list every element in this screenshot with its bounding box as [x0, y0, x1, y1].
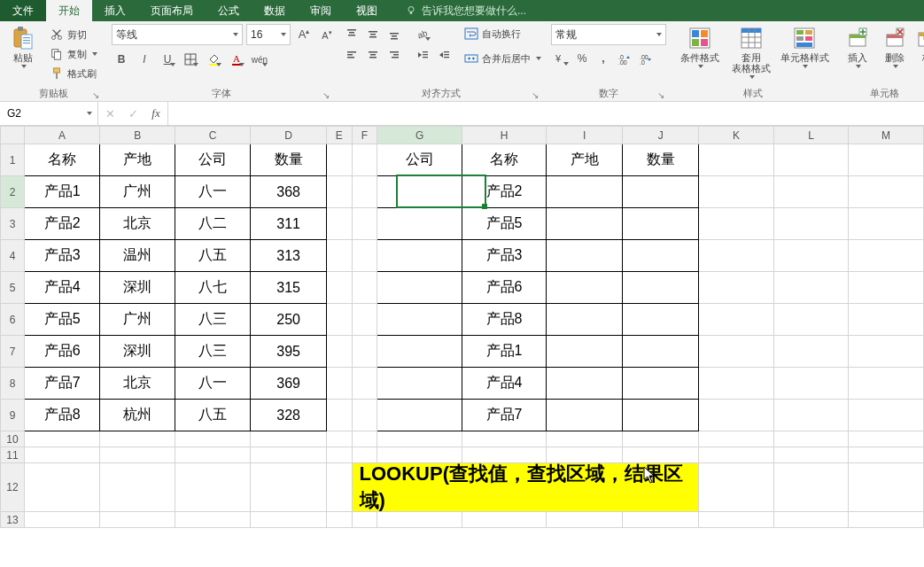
- cell[interactable]: 产品2: [25, 208, 100, 240]
- cell[interactable]: 北京: [100, 368, 175, 400]
- increase-indent-button[interactable]: [434, 45, 454, 65]
- conditional-formatting-button[interactable]: 条件格式: [677, 24, 723, 79]
- row-header[interactable]: 12: [1, 463, 25, 512]
- cell[interactable]: [326, 208, 352, 240]
- cell[interactable]: 313: [251, 240, 327, 272]
- column-header[interactable]: L: [773, 127, 848, 144]
- row-header[interactable]: 13: [1, 512, 25, 528]
- cell[interactable]: 八二: [175, 208, 251, 240]
- cell[interactable]: [547, 400, 623, 431]
- cell[interactable]: 产品4: [25, 272, 100, 304]
- cell[interactable]: 北京: [100, 208, 175, 240]
- merge-center-button[interactable]: 合并后居中: [464, 49, 541, 68]
- cell[interactable]: [352, 240, 377, 272]
- cell[interactable]: [547, 176, 623, 208]
- dialog-launcher-icon[interactable]: ↘: [656, 90, 666, 101]
- cell[interactable]: [326, 431, 352, 447]
- tab-insert[interactable]: 插入: [92, 0, 138, 21]
- lookup-banner[interactable]: LOOKUP(查找值，查找区域，结果区域): [352, 463, 699, 512]
- column-header[interactable]: J: [623, 127, 699, 144]
- cell[interactable]: 深圳: [100, 272, 175, 304]
- cell[interactable]: [377, 512, 462, 528]
- cell[interactable]: 产品6: [462, 272, 546, 304]
- cell[interactable]: [352, 176, 377, 208]
- cell[interactable]: [699, 431, 774, 447]
- row-header[interactable]: 1: [1, 144, 25, 176]
- column-header[interactable]: F: [352, 127, 377, 144]
- phonetic-button[interactable]: wén: [250, 50, 269, 69]
- cell[interactable]: [623, 176, 699, 208]
- cell[interactable]: [326, 144, 352, 176]
- cell[interactable]: [547, 240, 623, 272]
- cell[interactable]: [547, 336, 623, 368]
- tab-home[interactable]: 开始: [46, 0, 92, 21]
- cell[interactable]: [849, 431, 924, 447]
- cell[interactable]: [352, 336, 377, 368]
- cell[interactable]: 杭州: [100, 400, 175, 431]
- cell[interactable]: [773, 144, 848, 176]
- cell[interactable]: 名称: [462, 144, 546, 176]
- cell[interactable]: 产品2: [462, 176, 546, 208]
- borders-button[interactable]: [181, 50, 200, 69]
- decrease-decimal-button[interactable]: .00.0: [636, 49, 656, 68]
- cell[interactable]: [377, 304, 462, 336]
- cell[interactable]: [100, 463, 175, 512]
- cell[interactable]: 数量: [623, 144, 699, 176]
- align-bottom-button[interactable]: [384, 24, 404, 43]
- column-header[interactable]: I: [547, 127, 623, 144]
- cell[interactable]: 368: [251, 176, 327, 208]
- increase-font-button[interactable]: A▴: [294, 25, 314, 44]
- cell[interactable]: [352, 431, 377, 447]
- cell[interactable]: [699, 208, 774, 240]
- align-right-button[interactable]: [384, 45, 404, 65]
- row-header[interactable]: 2: [1, 176, 25, 208]
- cell[interactable]: [326, 304, 352, 336]
- cell[interactable]: [25, 431, 100, 447]
- cell[interactable]: 产品7: [25, 368, 100, 400]
- cell[interactable]: [849, 512, 924, 528]
- cell[interactable]: 产品1: [462, 336, 546, 368]
- cell[interactable]: 产品6: [25, 336, 100, 368]
- cell[interactable]: [547, 208, 623, 240]
- cell-styles-button[interactable]: 单元格样式: [780, 24, 829, 79]
- cell[interactable]: [849, 304, 924, 336]
- formula-input[interactable]: [174, 106, 919, 120]
- font-size-combo[interactable]: 16: [246, 24, 291, 45]
- cell[interactable]: 八三: [175, 304, 251, 336]
- cell[interactable]: [377, 208, 462, 240]
- formula-bar[interactable]: [168, 102, 924, 125]
- dialog-launcher-icon[interactable]: ↘: [321, 90, 331, 101]
- cell[interactable]: [773, 447, 848, 463]
- cell[interactable]: [326, 240, 352, 272]
- cell[interactable]: [462, 512, 546, 528]
- italic-button[interactable]: I: [135, 50, 154, 69]
- cell[interactable]: 产品8: [25, 400, 100, 431]
- tell-me-search[interactable]: 告诉我您想要做什么...: [390, 0, 526, 21]
- cell[interactable]: [623, 368, 699, 400]
- cell[interactable]: [326, 463, 352, 512]
- cell[interactable]: [547, 368, 623, 400]
- decrease-indent-button[interactable]: [413, 45, 432, 65]
- cell[interactable]: [251, 512, 327, 528]
- cell[interactable]: [100, 512, 175, 528]
- row-header[interactable]: 6: [1, 304, 25, 336]
- cell[interactable]: [849, 208, 924, 240]
- font-name-combo[interactable]: 等线: [112, 24, 243, 45]
- cell[interactable]: [377, 240, 462, 272]
- align-top-button[interactable]: [342, 24, 361, 43]
- cell[interactable]: [175, 463, 251, 512]
- cell[interactable]: [352, 512, 377, 528]
- cell[interactable]: [100, 431, 175, 447]
- cell[interactable]: [352, 304, 377, 336]
- cell[interactable]: [699, 176, 774, 208]
- cell[interactable]: [251, 463, 327, 512]
- cell[interactable]: 产品4: [462, 368, 546, 400]
- row-header[interactable]: 10: [1, 431, 25, 447]
- orientation-button[interactable]: ab: [413, 24, 432, 43]
- cell[interactable]: 395: [251, 336, 327, 368]
- cell[interactable]: 八三: [175, 336, 251, 368]
- row-header[interactable]: 4: [1, 240, 25, 272]
- cell[interactable]: [175, 512, 251, 528]
- number-format-combo[interactable]: 常规: [551, 24, 666, 45]
- cell[interactable]: 311: [251, 208, 327, 240]
